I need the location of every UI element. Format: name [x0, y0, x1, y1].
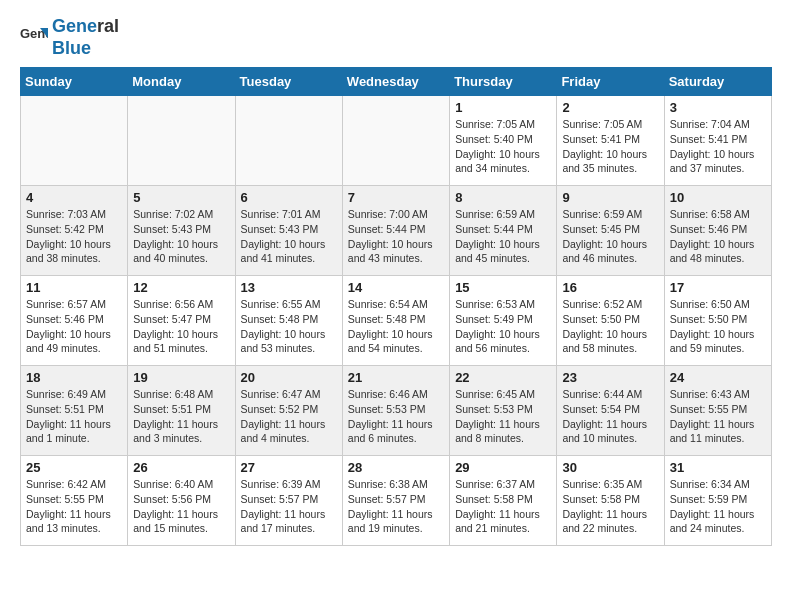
day-number: 21 — [348, 370, 444, 385]
day-number: 27 — [241, 460, 337, 475]
calendar-cell: 10Sunrise: 6:58 AM Sunset: 5:46 PM Dayli… — [664, 186, 771, 276]
day-number: 17 — [670, 280, 766, 295]
day-info: Sunrise: 6:40 AM Sunset: 5:56 PM Dayligh… — [133, 477, 229, 536]
day-number: 19 — [133, 370, 229, 385]
day-info: Sunrise: 6:52 AM Sunset: 5:50 PM Dayligh… — [562, 297, 658, 356]
calendar-week-4: 18Sunrise: 6:49 AM Sunset: 5:51 PM Dayli… — [21, 366, 772, 456]
day-header-monday: Monday — [128, 68, 235, 96]
calendar-cell: 23Sunrise: 6:44 AM Sunset: 5:54 PM Dayli… — [557, 366, 664, 456]
day-header-thursday: Thursday — [450, 68, 557, 96]
day-header-saturday: Saturday — [664, 68, 771, 96]
day-number: 10 — [670, 190, 766, 205]
day-number: 29 — [455, 460, 551, 475]
calendar-week-2: 4Sunrise: 7:03 AM Sunset: 5:42 PM Daylig… — [21, 186, 772, 276]
calendar-cell — [235, 96, 342, 186]
day-number: 4 — [26, 190, 122, 205]
day-number: 18 — [26, 370, 122, 385]
day-info: Sunrise: 6:43 AM Sunset: 5:55 PM Dayligh… — [670, 387, 766, 446]
day-info: Sunrise: 6:56 AM Sunset: 5:47 PM Dayligh… — [133, 297, 229, 356]
calendar-cell: 16Sunrise: 6:52 AM Sunset: 5:50 PM Dayli… — [557, 276, 664, 366]
day-info: Sunrise: 7:01 AM Sunset: 5:43 PM Dayligh… — [241, 207, 337, 266]
calendar-cell: 8Sunrise: 6:59 AM Sunset: 5:44 PM Daylig… — [450, 186, 557, 276]
calendar-cell: 20Sunrise: 6:47 AM Sunset: 5:52 PM Dayli… — [235, 366, 342, 456]
day-number: 24 — [670, 370, 766, 385]
day-info: Sunrise: 7:02 AM Sunset: 5:43 PM Dayligh… — [133, 207, 229, 266]
day-info: Sunrise: 6:48 AM Sunset: 5:51 PM Dayligh… — [133, 387, 229, 446]
day-number: 30 — [562, 460, 658, 475]
calendar-cell: 29Sunrise: 6:37 AM Sunset: 5:58 PM Dayli… — [450, 456, 557, 546]
calendar-cell: 1Sunrise: 7:05 AM Sunset: 5:40 PM Daylig… — [450, 96, 557, 186]
day-number: 31 — [670, 460, 766, 475]
day-info: Sunrise: 6:35 AM Sunset: 5:58 PM Dayligh… — [562, 477, 658, 536]
calendar-cell: 21Sunrise: 6:46 AM Sunset: 5:53 PM Dayli… — [342, 366, 449, 456]
calendar-cell: 12Sunrise: 6:56 AM Sunset: 5:47 PM Dayli… — [128, 276, 235, 366]
day-number: 2 — [562, 100, 658, 115]
calendar-cell: 22Sunrise: 6:45 AM Sunset: 5:53 PM Dayli… — [450, 366, 557, 456]
day-info: Sunrise: 6:39 AM Sunset: 5:57 PM Dayligh… — [241, 477, 337, 536]
day-number: 23 — [562, 370, 658, 385]
header-row: SundayMondayTuesdayWednesdayThursdayFrid… — [21, 68, 772, 96]
day-number: 3 — [670, 100, 766, 115]
calendar-cell: 6Sunrise: 7:01 AM Sunset: 5:43 PM Daylig… — [235, 186, 342, 276]
day-info: Sunrise: 6:44 AM Sunset: 5:54 PM Dayligh… — [562, 387, 658, 446]
day-number: 9 — [562, 190, 658, 205]
logo: Gene General Blue — [20, 16, 119, 59]
calendar-cell: 14Sunrise: 6:54 AM Sunset: 5:48 PM Dayli… — [342, 276, 449, 366]
calendar-cell: 15Sunrise: 6:53 AM Sunset: 5:49 PM Dayli… — [450, 276, 557, 366]
day-info: Sunrise: 6:59 AM Sunset: 5:45 PM Dayligh… — [562, 207, 658, 266]
calendar-cell: 30Sunrise: 6:35 AM Sunset: 5:58 PM Dayli… — [557, 456, 664, 546]
page-header: Gene General Blue — [20, 16, 772, 59]
day-info: Sunrise: 6:57 AM Sunset: 5:46 PM Dayligh… — [26, 297, 122, 356]
day-info: Sunrise: 6:49 AM Sunset: 5:51 PM Dayligh… — [26, 387, 122, 446]
calendar-cell: 4Sunrise: 7:03 AM Sunset: 5:42 PM Daylig… — [21, 186, 128, 276]
calendar-cell: 9Sunrise: 6:59 AM Sunset: 5:45 PM Daylig… — [557, 186, 664, 276]
calendar-cell: 26Sunrise: 6:40 AM Sunset: 5:56 PM Dayli… — [128, 456, 235, 546]
day-number: 13 — [241, 280, 337, 295]
logo-icon: Gene — [20, 24, 48, 52]
calendar-week-5: 25Sunrise: 6:42 AM Sunset: 5:55 PM Dayli… — [21, 456, 772, 546]
day-number: 20 — [241, 370, 337, 385]
day-number: 6 — [241, 190, 337, 205]
day-info: Sunrise: 6:37 AM Sunset: 5:58 PM Dayligh… — [455, 477, 551, 536]
calendar-cell: 27Sunrise: 6:39 AM Sunset: 5:57 PM Dayli… — [235, 456, 342, 546]
day-number: 16 — [562, 280, 658, 295]
calendar-cell — [21, 96, 128, 186]
day-number: 14 — [348, 280, 444, 295]
day-header-wednesday: Wednesday — [342, 68, 449, 96]
calendar-cell: 31Sunrise: 6:34 AM Sunset: 5:59 PM Dayli… — [664, 456, 771, 546]
calendar-cell: 11Sunrise: 6:57 AM Sunset: 5:46 PM Dayli… — [21, 276, 128, 366]
calendar-cell: 13Sunrise: 6:55 AM Sunset: 5:48 PM Dayli… — [235, 276, 342, 366]
calendar-cell: 3Sunrise: 7:04 AM Sunset: 5:41 PM Daylig… — [664, 96, 771, 186]
day-info: Sunrise: 6:45 AM Sunset: 5:53 PM Dayligh… — [455, 387, 551, 446]
day-number: 11 — [26, 280, 122, 295]
calendar-cell: 7Sunrise: 7:00 AM Sunset: 5:44 PM Daylig… — [342, 186, 449, 276]
calendar-cell: 19Sunrise: 6:48 AM Sunset: 5:51 PM Dayli… — [128, 366, 235, 456]
day-number: 1 — [455, 100, 551, 115]
day-number: 5 — [133, 190, 229, 205]
day-info: Sunrise: 7:04 AM Sunset: 5:41 PM Dayligh… — [670, 117, 766, 176]
day-number: 25 — [26, 460, 122, 475]
day-info: Sunrise: 6:58 AM Sunset: 5:46 PM Dayligh… — [670, 207, 766, 266]
day-number: 28 — [348, 460, 444, 475]
day-info: Sunrise: 6:47 AM Sunset: 5:52 PM Dayligh… — [241, 387, 337, 446]
calendar-cell — [128, 96, 235, 186]
day-info: Sunrise: 7:05 AM Sunset: 5:41 PM Dayligh… — [562, 117, 658, 176]
day-info: Sunrise: 6:53 AM Sunset: 5:49 PM Dayligh… — [455, 297, 551, 356]
day-number: 12 — [133, 280, 229, 295]
calendar-table: SundayMondayTuesdayWednesdayThursdayFrid… — [20, 67, 772, 546]
day-info: Sunrise: 6:55 AM Sunset: 5:48 PM Dayligh… — [241, 297, 337, 356]
calendar-cell: 5Sunrise: 7:02 AM Sunset: 5:43 PM Daylig… — [128, 186, 235, 276]
day-info: Sunrise: 7:05 AM Sunset: 5:40 PM Dayligh… — [455, 117, 551, 176]
day-number: 22 — [455, 370, 551, 385]
day-info: Sunrise: 6:59 AM Sunset: 5:44 PM Dayligh… — [455, 207, 551, 266]
calendar-cell: 24Sunrise: 6:43 AM Sunset: 5:55 PM Dayli… — [664, 366, 771, 456]
day-header-tuesday: Tuesday — [235, 68, 342, 96]
day-number: 8 — [455, 190, 551, 205]
day-info: Sunrise: 6:54 AM Sunset: 5:48 PM Dayligh… — [348, 297, 444, 356]
day-info: Sunrise: 6:50 AM Sunset: 5:50 PM Dayligh… — [670, 297, 766, 356]
calendar-cell: 2Sunrise: 7:05 AM Sunset: 5:41 PM Daylig… — [557, 96, 664, 186]
day-header-friday: Friday — [557, 68, 664, 96]
day-number: 15 — [455, 280, 551, 295]
calendar-week-3: 11Sunrise: 6:57 AM Sunset: 5:46 PM Dayli… — [21, 276, 772, 366]
day-number: 26 — [133, 460, 229, 475]
